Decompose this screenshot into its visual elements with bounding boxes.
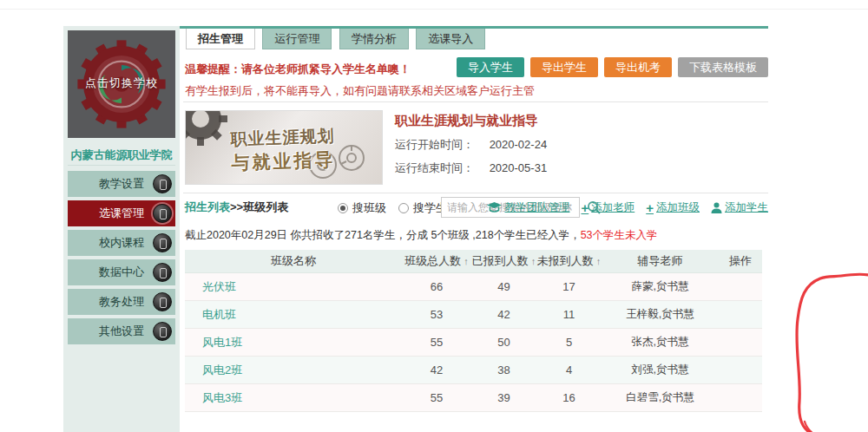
header-actions: 操作 — [719, 253, 762, 269]
reported-count: 42 — [471, 308, 536, 321]
course-end-row: 运行结束时间： 2020-05-31 — [395, 160, 547, 176]
tab-learning-analysis[interactable]: 学情分析 — [339, 29, 409, 49]
class-table: 班级名称 班级总人数↑ 已报到人数↑ 未报到人数↑ 辅导老师 操作 光伏班 66… — [185, 250, 762, 412]
tab-operation[interactable]: 运行管理 — [262, 29, 332, 49]
class-name-link[interactable]: 电机班 — [202, 308, 236, 321]
add-teacher-link[interactable]: + 添加老师 — [581, 200, 635, 215]
radio-unselected-icon[interactable] — [398, 203, 409, 213]
reported-count: 50 — [471, 336, 536, 349]
sidebar-item-campus-courses[interactable]: 校内课程 — [68, 230, 175, 256]
top-divider — [0, 9, 868, 10]
header-advisors: 辅导老师 — [602, 253, 719, 269]
tab-bar: 招生管理 运行管理 学情分析 选课导入 — [180, 26, 768, 49]
sidebar-item-label: 数据中心 — [99, 265, 144, 278]
radio-selected-icon[interactable] — [338, 203, 348, 213]
class-name-link[interactable]: 风电1班 — [202, 336, 242, 349]
phone-badge-icon — [153, 322, 172, 341]
breadcrumb-enrollment-list[interactable]: 招生列表 — [185, 200, 230, 213]
sidebar-item-label: 校内课程 — [99, 236, 144, 249]
link-label: 添加班级 — [656, 200, 700, 215]
sidebar-divider — [68, 165, 175, 166]
link-label: 添加学生 — [725, 200, 768, 215]
header-reported: 已报到人数↑ — [471, 253, 536, 269]
phone-badge-icon — [153, 263, 172, 282]
notice-line-2: 有学生报到后，将不能再导入，如有问题请联系相关区域客户运行主管 — [185, 80, 515, 102]
sidebar-item-other-settings[interactable]: 其他设置 — [68, 318, 175, 344]
class-name-link[interactable]: 风电3班 — [202, 391, 242, 404]
person-icon — [711, 202, 722, 213]
plus-icon: + — [581, 201, 589, 214]
sidebar-item-label: 其他设置 — [99, 324, 144, 337]
import-students-button[interactable]: 导入学生 — [457, 57, 524, 77]
school-logo[interactable]: 点击切换学校 — [68, 30, 175, 138]
advisor-names: 刘强,贠书慧 — [602, 363, 719, 377]
sidebar-item-course-selection[interactable]: 选课管理 — [68, 200, 175, 226]
radio-search-student[interactable]: 搜学生 — [398, 200, 447, 216]
stats-text: 截止2020年02月29日 你共招收了271名学生，分成 5个班级 ,218个学… — [185, 229, 581, 241]
tab-course-import[interactable]: 选课导入 — [416, 29, 485, 49]
course-start-row: 运行开始时间： 2020-02-24 — [395, 137, 547, 153]
link-label: 添加老师 — [591, 200, 635, 215]
sidebar-item-label: 选课管理 — [99, 206, 144, 219]
total-count: 42 — [402, 363, 471, 376]
table-row: 电机班 53 42 11 王梓毅,贠书慧 — [185, 301, 762, 329]
main-content: 招生管理 运行管理 学情分析 选课导入 温馨提醒：请各位老师抓紧导入学生名单噢！… — [180, 26, 768, 49]
page: 点击切换学校 内蒙古能源职业学院 教学设置 选课管理 校内课程 数据中心 教务处… — [0, 0, 868, 432]
total-count: 53 — [402, 308, 471, 321]
phone-badge-icon — [153, 233, 172, 252]
reported-count: 49 — [471, 280, 536, 293]
sidebar-item-label: 教学设置 — [99, 177, 144, 190]
course-thumbnail: 职业生涯规划 与就业指导 — [185, 110, 383, 185]
plus-icon: + — [646, 201, 654, 214]
course-end-date: 2020-05-31 — [490, 161, 548, 174]
sidebar-item-academic-affairs[interactable]: 教务处理 — [68, 289, 175, 315]
unreported-count: 16 — [536, 391, 602, 404]
sort-icon[interactable]: ↑ — [531, 256, 536, 266]
course-title: 职业生涯规划与就业指导 — [395, 113, 547, 129]
sidebar-item-data-center[interactable]: 数据中心 — [68, 259, 175, 285]
class-name-link[interactable]: 风电2班 — [202, 363, 242, 376]
table-row: 风电2班 42 38 4 刘强,贠书慧 — [185, 357, 762, 384]
sidebar-item-label: 教务处理 — [99, 295, 144, 308]
download-template-button[interactable]: 下载表格模板 — [678, 57, 768, 77]
list-controls: 招生列表>>班级列表 搜班级 搜学生 — [185, 200, 768, 222]
table-row: 光伏班 66 49 17 薛蒙,贠书慧 — [185, 273, 762, 301]
phone-badge-icon — [153, 174, 172, 193]
sidebar-menu: 教学设置 选课管理 校内课程 数据中心 教务处理 其他设置 — [68, 171, 175, 348]
reported-count: 38 — [471, 363, 536, 376]
total-count: 55 — [402, 391, 471, 404]
tab-enrollment[interactable]: 招生管理 — [186, 29, 255, 49]
advisor-names: 王梓毅,贠书慧 — [602, 307, 719, 322]
course-end-label: 运行结束时间： — [395, 161, 474, 174]
sort-icon[interactable]: ↑ — [596, 256, 602, 266]
add-student-link[interactable]: 添加学生 — [711, 200, 768, 215]
sort-icon[interactable]: ↑ — [464, 256, 469, 266]
divider — [183, 101, 768, 102]
table-row: 风电3班 55 39 16 白碧雪,贠书慧 — [185, 384, 762, 412]
reported-count: 39 — [471, 391, 536, 404]
unreported-count: 4 — [536, 363, 602, 376]
link-label: 教学团队管理 — [504, 200, 569, 215]
total-count: 66 — [402, 280, 471, 293]
export-students-button[interactable]: 导出学生 — [530, 57, 598, 77]
graduation-cap-icon — [487, 202, 502, 213]
advisor-names: 白碧雪,贠书慧 — [602, 390, 719, 405]
switch-school-label[interactable]: 点击切换学校 — [68, 75, 175, 91]
export-exam-button[interactable]: 导出机考 — [604, 57, 672, 77]
divider — [183, 193, 768, 193]
add-class-link[interactable]: + 添加班级 — [646, 200, 700, 215]
unreported-count: 17 — [536, 280, 602, 293]
stats-unenrolled-highlight: 53个学生未入学 — [581, 229, 658, 241]
gear-decoration-icon — [185, 110, 231, 149]
sidebar-item-teaching-settings[interactable]: 教学设置 — [68, 171, 175, 197]
course-start-label: 运行开始时间： — [395, 138, 474, 151]
class-name-link[interactable]: 光伏班 — [202, 280, 236, 293]
sidebar: 点击切换学校 内蒙古能源职业学院 教学设置 选课管理 校内课程 数据中心 教务处… — [63, 26, 180, 432]
action-buttons: 导入学生 导出学生 导出机考 下载表格模板 — [457, 57, 768, 77]
teaching-team-link[interactable]: 教学团队管理 — [487, 200, 569, 215]
radio-search-class[interactable]: 搜班级 — [338, 200, 386, 216]
enrollment-stats: 截止2020年02月29日 你共招收了271名学生，分成 5个班级 ,218个学… — [185, 228, 658, 243]
search-mode-radios: 搜班级 搜学生 — [338, 200, 447, 216]
header-total: 班级总人数↑ — [402, 253, 471, 269]
quick-links: 教学团队管理 + 添加老师 + 添加班级 添加学生 — [487, 200, 768, 215]
